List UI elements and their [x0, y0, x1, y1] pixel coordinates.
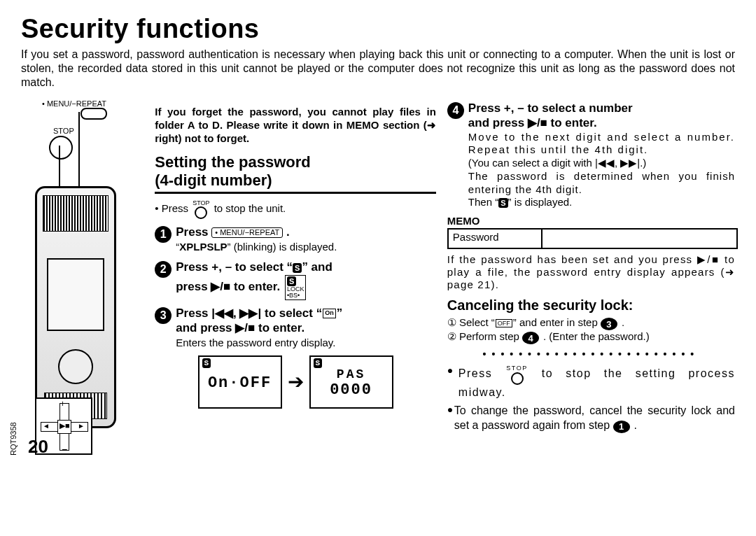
stop-icon: STOP [192, 199, 209, 219]
setting-password-heading: Setting the password (4-digit number) [155, 153, 436, 189]
menu-repeat-icon: • MENU/−REPEAT [211, 227, 283, 238]
step-ref-icon: 3 [601, 318, 617, 330]
step-number-icon: 3 [155, 307, 172, 324]
menu-repeat-button-icon [80, 108, 107, 120]
lcd-preview-row: S On·OFF ➔ S PAS 0000 [155, 355, 436, 409]
device-illustration: • MENU/−REPEAT STOP + − ▶■ [21, 95, 133, 459]
memo-box: Password [447, 228, 738, 249]
tip-2: ● To change the password, cancel the sec… [447, 403, 735, 433]
memo-heading: MEMO [447, 215, 735, 227]
rew-ff-icon: |◀◀, ▶▶| [595, 157, 640, 169]
on-segment-icon: On [323, 309, 336, 318]
tip-1: ● Press STOP to stop the setting process… [447, 364, 735, 400]
canceling-heading: Canceling the security lock: [447, 297, 735, 313]
step-1: 1 Press • MENU/−REPEAT . “XPLPSLP” (blin… [155, 225, 436, 255]
speaker-grille-icon [43, 195, 108, 232]
rew-ff-icon: |◀◀, ▶▶| [211, 306, 261, 320]
lcd-on-off-icon: S On·OFF [198, 355, 282, 409]
step-number-icon: 4 [447, 102, 464, 119]
step-number-icon: 1 [155, 226, 172, 243]
dotted-separator: •••••••••••••••••••••••• [447, 348, 735, 360]
lock-badge-icon: S LOCK •BS• [285, 275, 307, 300]
after-memo-text: If the password has been set and you pre… [447, 253, 735, 290]
play-stop-icon: ▶/■ [697, 253, 720, 265]
lcd-pass-icon: S PAS 0000 [309, 355, 393, 409]
play-stop-icon: ▶/■ [235, 321, 255, 334]
jog-wheel-icon [58, 349, 93, 384]
cancel-step-1: ① Select “OFF” and enter in step 3. [447, 316, 735, 330]
step-ref-icon: 1 [613, 421, 630, 433]
off-segment-icon: OFF [496, 319, 512, 327]
play-stop-icon: ▶/■ [211, 280, 230, 293]
forget-password-note: If you forget the password, you cannot p… [155, 106, 436, 145]
recorder-body [35, 186, 116, 428]
cancel-step-2: ② Perform step 4. (Enter the password.) [447, 330, 735, 344]
heading-rule [155, 192, 436, 194]
step-4: 4 Press +, – to select a number and pres… [447, 101, 735, 209]
device-lcd-icon [47, 258, 104, 331]
step-number-icon: 2 [155, 261, 172, 278]
stop-icon: STOP [506, 364, 527, 385]
step-ref-icon: 4 [522, 332, 539, 344]
s-icon: S [498, 198, 507, 208]
s-icon: S [293, 263, 302, 273]
doc-code: RQT9358 [9, 422, 18, 456]
intro-paragraph: If you set a password, password authenti… [21, 48, 735, 90]
step-2: 2 Press +, – to select “S” and press ▶/■… [155, 260, 436, 299]
play-stop-icon: ▶/■ [528, 116, 547, 129]
page-number: 20 [28, 436, 48, 458]
menu-repeat-label: • MENU/−REPEAT [42, 99, 106, 108]
step-3: 3 Press |◀◀, ▶▶| to select “On” and pres… [155, 306, 436, 350]
stop-label: STOP [53, 127, 74, 135]
memo-label: Password [449, 230, 542, 248]
page-title: Security functions [21, 14, 735, 44]
arrow-right-icon: ➔ [288, 370, 304, 393]
pre-step: • Press STOP to stop the unit. [155, 199, 436, 219]
memo-field [542, 230, 736, 248]
stop-button-icon [49, 136, 73, 160]
